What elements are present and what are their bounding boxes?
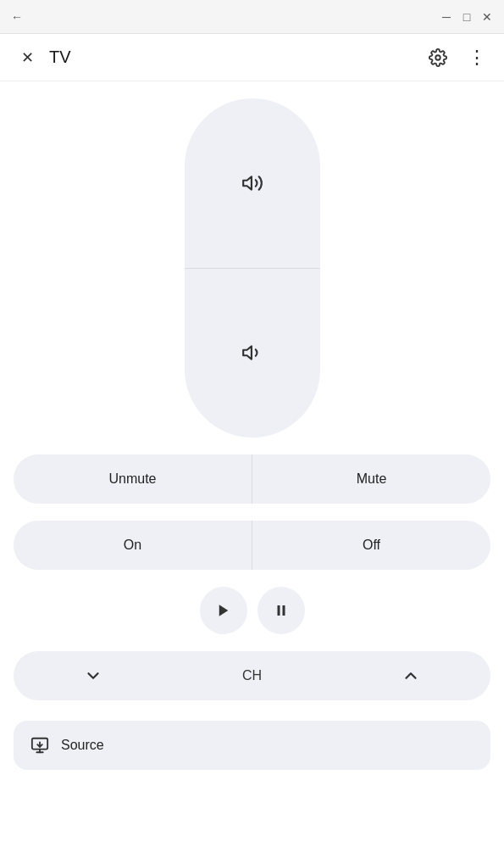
- source-label: Source: [61, 738, 104, 753]
- volume-up-button[interactable]: [185, 98, 320, 269]
- channel-down-button[interactable]: [14, 666, 173, 685]
- back-button[interactable]: ←: [10, 10, 24, 24]
- svg-rect-5: [282, 605, 285, 616]
- svg-marker-2: [243, 347, 252, 360]
- source-button[interactable]: Source: [14, 721, 490, 770]
- on-button[interactable]: On: [14, 521, 252, 570]
- power-control-row: On Off: [14, 521, 490, 570]
- volume-down-icon: [241, 342, 263, 364]
- title-bar: ← ─ □ ✕: [0, 0, 504, 34]
- app-header: ✕ TV ⋮: [0, 34, 504, 81]
- pause-icon: [274, 603, 289, 618]
- maximize-button[interactable]: □: [460, 10, 474, 24]
- close-tv-button[interactable]: ✕: [14, 44, 41, 71]
- svg-marker-1: [243, 176, 252, 189]
- chevron-down-icon: [84, 666, 102, 685]
- chevron-up-icon: [402, 666, 420, 685]
- off-button[interactable]: Off: [252, 521, 490, 570]
- close-window-button[interactable]: ✕: [480, 10, 494, 24]
- mute-button[interactable]: Mute: [252, 454, 490, 504]
- source-icon: [30, 736, 49, 755]
- playback-controls: [200, 587, 305, 634]
- channel-label: CH: [173, 668, 332, 683]
- settings-button[interactable]: [424, 44, 451, 71]
- pause-button[interactable]: [258, 587, 305, 634]
- volume-up-icon: [241, 172, 263, 194]
- header-left: ✕ TV: [14, 44, 71, 71]
- play-button[interactable]: [200, 587, 247, 634]
- input-source-icon: [30, 736, 49, 755]
- volume-down-button[interactable]: [185, 269, 320, 438]
- volume-control: [185, 98, 320, 438]
- window-controls: ─ □ ✕: [440, 10, 494, 24]
- svg-marker-3: [219, 605, 228, 616]
- minimize-button[interactable]: ─: [440, 10, 453, 24]
- unmute-button[interactable]: Unmute: [14, 454, 252, 504]
- channel-control-row: CH: [14, 651, 490, 700]
- svg-rect-4: [277, 605, 280, 616]
- more-options-button[interactable]: ⋮: [463, 44, 490, 71]
- channel-up-button[interactable]: [331, 666, 490, 685]
- main-content: Unmute Mute On Off CH: [0, 81, 504, 783]
- svg-point-0: [435, 55, 440, 60]
- mute-control-row: Unmute Mute: [14, 454, 490, 504]
- page-title: TV: [49, 47, 71, 67]
- gear-icon: [429, 48, 447, 67]
- header-right: ⋮: [424, 44, 490, 71]
- play-icon: [216, 603, 231, 618]
